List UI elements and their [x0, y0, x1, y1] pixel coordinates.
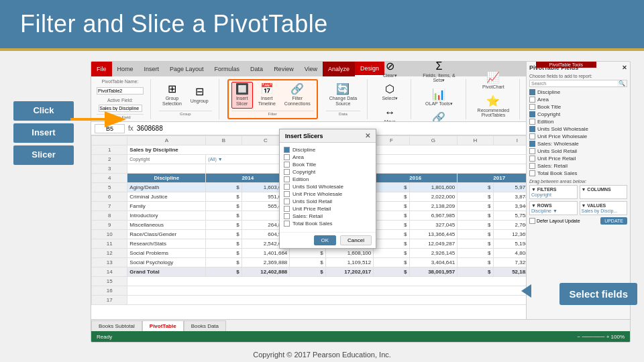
discipline-research: Research/Stats	[127, 239, 206, 249]
values-label: ▼ VALUES	[582, 203, 626, 208]
tab-home[interactable]: Home	[112, 62, 139, 76]
slicer-checkbox-edition[interactable]	[284, 176, 290, 182]
pivot-table-name-input[interactable]	[97, 87, 144, 95]
slicer-field-area: Area	[284, 154, 372, 160]
refresh-label: Change DataSource	[329, 96, 357, 106]
slicer-checkbox-price-retail[interactable]	[284, 206, 290, 212]
group-group: ⊞ GroupSelection ⊟ Ungroup Group	[159, 79, 219, 119]
update-btn[interactable]: UPDATE	[600, 217, 627, 225]
slicer-close-btn[interactable]: ✕	[365, 132, 370, 139]
tab-analyze[interactable]: Analyze	[323, 62, 355, 76]
rows-label: ▼ ROWS	[531, 203, 576, 208]
row-num-10: 10	[92, 230, 127, 239]
slicer-checkbox-units-wholesale[interactable]	[284, 184, 290, 190]
pivot-field-sales-wholesale: Sales: Wholesale	[529, 141, 627, 147]
sps-cur-4: $	[458, 258, 493, 267]
formula-fx: fx	[128, 125, 133, 132]
fields-items-btn[interactable]: Σ Fields, Items, &Sets▾	[419, 62, 458, 85]
left-labels: Click Insert Slicer	[13, 61, 74, 355]
pivot-area-columns: ▼ COLUMNS	[580, 185, 628, 199]
group-selection-icon: ⊞	[168, 84, 176, 95]
ungroup-btn[interactable]: ⊟ Ungroup	[187, 82, 212, 108]
sps-cur-1: $	[206, 258, 241, 267]
row-num-12: 12	[92, 249, 127, 258]
tab-books-subtotal[interactable]: Books Subtotal	[91, 320, 142, 331]
slicer-ok-btn[interactable]: OK	[314, 235, 337, 245]
defer-layout-row: Defer Layout Update	[529, 218, 580, 224]
select-icon: ⬡	[385, 84, 394, 95]
move-btn[interactable]: ↔ MovePivotTable	[376, 105, 404, 122]
slicer-cancel-btn[interactable]: Cancel	[340, 235, 372, 245]
intro-2016: 6,967,985	[409, 211, 458, 221]
discipline-social-prob: Social Problems	[127, 249, 206, 258]
row-num-8: 8	[92, 211, 127, 221]
recommended-icon: ⭐	[486, 96, 500, 107]
olap-btn[interactable]: 📊 OLAP Tools▾	[422, 87, 456, 109]
pivot-checkbox-price-wholesale[interactable]	[529, 135, 535, 139]
refresh-icon: 🔄	[336, 84, 350, 95]
select-btn[interactable]: ⬡ Select▾	[378, 82, 400, 103]
tab-data[interactable]: Data	[245, 62, 268, 76]
sp-2016: 2,926,145	[409, 249, 458, 258]
filter-group: 🔲 InsertSlicer 📅 InsertTimeline 🔗 Filter…	[227, 79, 318, 119]
tab-pivottable[interactable]: PivotTable	[142, 320, 184, 331]
pivot-area-values: ▼ VALUES Sales by Discip...	[580, 201, 628, 215]
group-btns: ⊞ GroupSelection ⊟ Ungroup	[159, 82, 212, 108]
olap-icon: 📊	[432, 89, 445, 100]
slicer-field-sales-retail: Units Sold Retail	[284, 198, 372, 204]
slicer-checkbox-copyright[interactable]	[284, 169, 290, 175]
discipline-intro: Introductory	[127, 211, 206, 221]
slicer-field-copyright: Copyright	[284, 169, 372, 175]
tab-file[interactable]: File	[91, 62, 112, 76]
discipline-social-psych: Social Psychology	[127, 258, 206, 267]
slicer-title-text: Insert Slicers	[285, 133, 323, 139]
pivot-area-row-2: ▼ ROWS Discipline ▼ ▼ VALUES Sales by Di…	[529, 201, 627, 215]
slicer-checkbox-booktitle[interactable]	[284, 162, 290, 168]
insert-slicer-dialog: Insert Slicers ✕ Discipline Area Book Ti…	[279, 129, 376, 249]
pivot-checkbox-units-retail[interactable]	[529, 148, 535, 154]
tab-formulas[interactable]: Formulas	[209, 62, 246, 76]
filter-connections-label: FilterConnections	[284, 96, 311, 106]
col-b: B	[206, 136, 241, 145]
slicer-field-edition-label: Edition	[292, 176, 309, 182]
pivot-checkbox-sales-retail[interactable]	[529, 163, 535, 169]
res-2016: 12,049,287	[409, 239, 458, 249]
aging-cur-1: $	[206, 183, 241, 192]
slicer-checkbox-area[interactable]	[284, 154, 290, 160]
defer-update-row: Defer Layout Update UPDATE	[529, 217, 627, 225]
slicer-checkbox-price-wholesale[interactable]	[284, 191, 290, 197]
discipline-criminal: Criminal Justice	[127, 192, 206, 202]
clear-btn[interactable]: ⊘ Clear▾	[379, 62, 400, 80]
relationships-btn[interactable]: 🔗 Relationships	[421, 111, 456, 122]
pivot-field-units-retail: Units Sold Retail	[529, 148, 627, 154]
pivot-checkbox-price-retail[interactable]	[529, 156, 535, 162]
grand-total-label: Grand Total	[127, 267, 206, 277]
insert-slicer-btn[interactable]: 🔲 InsertSlicer	[231, 82, 253, 108]
olap-label: OLAP Tools▾	[425, 101, 453, 107]
corner-cell	[92, 136, 127, 145]
pivot-checkbox-sales-wholesale[interactable]	[529, 141, 535, 147]
tab-review[interactable]: Review	[268, 62, 299, 76]
zoom-level: − ────── + 100%	[578, 334, 625, 340]
slicer-field-area-label: Area	[292, 154, 304, 160]
group-selection-btn[interactable]: ⊞ GroupSelection	[159, 82, 185, 108]
columns-label: ▼ COLUMNS	[582, 187, 626, 192]
slicer-checkbox-sales-retail[interactable]	[284, 198, 290, 204]
tab-books-data[interactable]: Books Data	[184, 320, 226, 331]
recommended-btn[interactable]: ⭐ RecommendedPivotTables	[474, 94, 513, 120]
spreadsheet-area: PivotTable Tools File Home Insert Page L…	[91, 61, 631, 343]
filter-connections-btn[interactable]: 🔗 FilterConnections	[281, 82, 314, 108]
refresh-btn[interactable]: 🔄 Change DataSource	[326, 82, 360, 108]
insert-timeline-btn[interactable]: 📅 InsertTimeline	[255, 82, 279, 108]
slicer-checkbox-total[interactable]	[284, 221, 290, 227]
defer-checkbox[interactable]	[529, 218, 535, 224]
slicer-checkbox-retail[interactable]	[284, 213, 290, 219]
tab-insert[interactable]: Insert	[139, 62, 165, 76]
tab-pagelayout[interactable]: Page Layout	[164, 62, 209, 76]
sps-2016: 3,404,641	[409, 258, 458, 267]
slicer-field-discipline: Discipline	[284, 147, 372, 153]
pivot-chart-btn[interactable]: 📈 PivotChart	[479, 70, 508, 92]
tab-view[interactable]: View	[299, 62, 323, 76]
slicer-checkbox-discipline[interactable]	[284, 147, 290, 153]
pivot-checkbox-total-books[interactable]	[529, 170, 535, 176]
